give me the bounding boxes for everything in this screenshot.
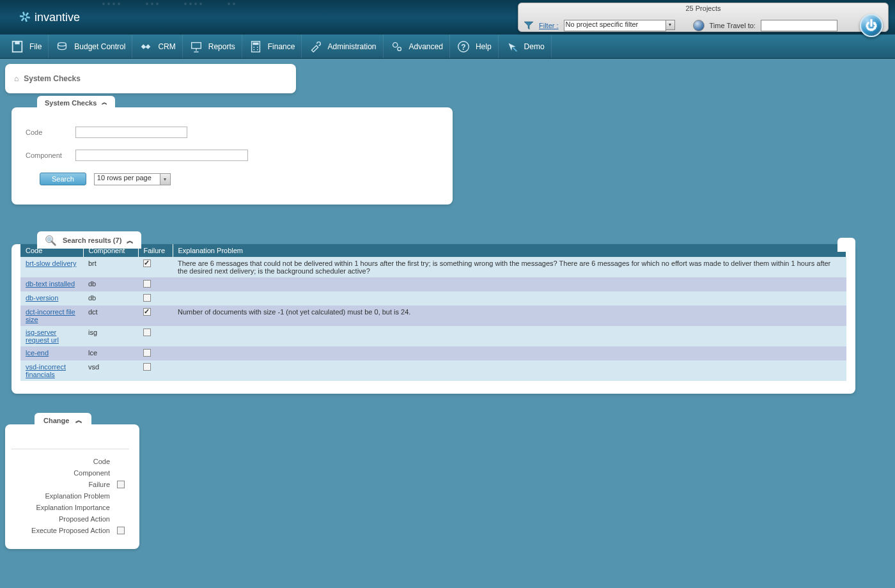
col-header-explanation[interactable]: Explanation Problem [173,244,846,257]
change-field-row: Proposed Action [12,513,129,525]
menu-label: Reports [208,42,235,51]
project-filter-select[interactable]: No project specific filter [564,20,666,31]
menu-label: File [29,42,42,51]
logo-icon: ✲ [17,8,33,27]
code-label: Code [26,128,64,136]
chevron-down-icon[interactable]: ▾ [160,173,171,185]
change-field-label: Execute Proposed Action [31,527,110,534]
results-extra-tab[interactable] [837,238,855,252]
change-field-label: Code [93,458,110,465]
home-icon[interactable]: ⌂ [14,74,19,83]
change-field-row: Component [12,467,129,479]
change-checkbox[interactable] [117,527,125,534]
project-filter-bar: 25 Projects Filter : No project specific… [518,3,889,32]
cell-component: db [83,291,138,306]
code-link[interactable]: brt-slow delivery [26,259,76,267]
svg-point-18 [47,237,52,242]
menu-label: Finance [268,42,295,51]
cell-explanation [173,277,846,291]
change-field-row: Code [12,456,129,467]
code-link[interactable]: lce-end [26,349,49,357]
svg-point-9 [257,47,258,48]
code-link[interactable]: vsd-incorrect financials [26,363,66,378]
menu-administration[interactable]: Administration [302,35,383,58]
svg-rect-1 [15,41,19,44]
svg-rect-7 [253,42,258,45]
failure-checkbox[interactable] [143,259,151,267]
menu-reports[interactable]: Reports [183,35,242,58]
failure-checkbox[interactable] [143,308,151,316]
change-field-label: Failure [88,481,110,488]
filter-panel-tab: System Checks ︽ [37,96,115,108]
menu-finance[interactable]: Finance [242,35,302,58]
change-checkbox[interactable] [117,481,125,488]
failure-checkbox[interactable] [143,349,151,357]
presentation-icon [189,40,203,54]
rows-per-page-select[interactable]: 10 rows per page [94,173,160,185]
failure-checkbox[interactable] [143,329,151,336]
component-label: Component [26,151,64,159]
table-row: brt-slow deliverybrtThere are 6 messages… [20,257,846,277]
code-input[interactable] [75,127,187,138]
menu-crm[interactable]: CRM [132,35,182,58]
cell-component: isg [83,326,138,346]
menu-help[interactable]: ? Help [450,35,499,58]
failure-checkbox[interactable] [143,363,151,371]
svg-point-8 [253,47,254,48]
filter-panel-tab-title: System Checks [45,99,97,107]
breadcrumb: ⌂ System Checks [5,64,296,93]
collapse-icon[interactable]: ︽ [75,415,82,425]
cell-component: brt [83,257,138,277]
change-field-label: Component [74,469,110,477]
cell-explanation [173,291,846,306]
menu-file[interactable]: File [4,35,49,58]
cell-component: db [83,277,138,291]
code-link[interactable]: isg-server request url [26,329,59,344]
collapse-icon[interactable]: ︽ [127,236,134,245]
code-link[interactable]: dct-incorrect file size [26,308,75,323]
power-button[interactable]: ⏻ [860,14,883,37]
failure-checkbox[interactable] [143,294,151,302]
failure-checkbox[interactable] [143,280,151,288]
results-tab-title: Search results (7) [63,236,121,244]
results-tab: Search results (7) ︽ [37,231,141,249]
col-header-failure[interactable]: Failure [138,244,173,257]
pointer-icon [505,40,519,54]
cell-explanation [173,360,846,381]
filter-link[interactable]: Filter : [539,22,559,29]
collapse-icon[interactable]: ︽ [102,98,107,107]
svg-point-11 [257,49,258,50]
header-decor [102,3,235,5]
cell-component: dct [83,306,138,326]
table-row: lce-endlce [20,346,846,360]
chevron-down-icon[interactable]: ▾ [666,20,675,30]
svg-point-12 [393,42,397,47]
svg-line-19 [52,242,56,245]
menu-label: Budget Control [74,42,125,51]
svg-point-10 [253,49,254,50]
change-field-row: Failure [12,479,129,490]
menu-label: Advanced [409,42,443,51]
menu-budget-control[interactable]: Budget Control [49,35,132,58]
component-input[interactable] [75,150,248,161]
system-checks-filter-panel: System Checks ︽ Code Component Search 10… [12,107,453,205]
cell-component: vsd [83,360,138,381]
change-field-row: Explanation Problem [12,490,129,502]
search-button[interactable]: Search [40,173,86,185]
svg-point-13 [397,47,401,50]
logo-text: invantive [35,11,80,24]
change-field-row: Execute Proposed Action [12,525,129,536]
help-icon: ? [456,40,471,54]
code-link[interactable]: db-text installed [26,280,75,288]
search-icon [43,233,58,247]
projects-count: 25 Projects [518,3,888,13]
menu-advanced[interactable]: Advanced [384,35,450,58]
cell-explanation: Number of documents with size -1 (not ye… [173,306,846,326]
svg-line-16 [513,47,517,51]
filter-icon [524,20,534,31]
time-travel-input[interactable] [761,20,837,31]
change-panel: Change ︽ CodeComponentFailureExplanation… [5,424,139,549]
code-link[interactable]: db-version [26,294,58,302]
app-header: ✲ invantive 25 Projects Filter : No proj… [0,0,895,35]
table-row: db-versiondb [20,291,846,306]
